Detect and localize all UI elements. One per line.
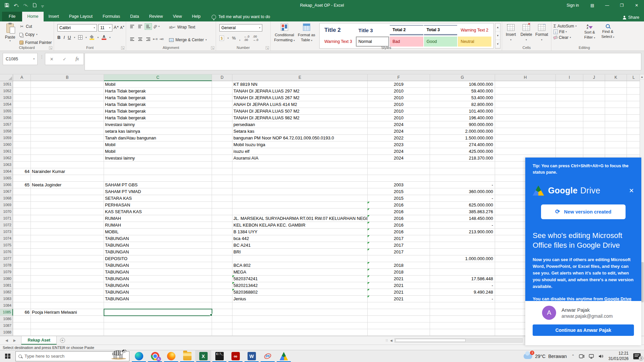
cell-K1051[interactable] <box>605 81 627 88</box>
cell-C1085[interactable] <box>104 309 212 316</box>
column-header-D[interactable]: D <box>212 74 232 81</box>
tab-insert[interactable]: Insert <box>44 12 64 21</box>
cell-G1085[interactable] <box>430 309 495 316</box>
clock[interactable]: 12:21 31/01/2026 <box>608 351 629 361</box>
cell-A1078[interactable] <box>13 262 31 269</box>
taskbar-app-edge[interactable] <box>131 350 147 362</box>
cell-F1087[interactable] <box>368 322 430 329</box>
cell-F1067[interactable]: 2015 <box>368 188 430 195</box>
delete-cells-button[interactable]: Delete▾ <box>519 24 534 42</box>
cell-F1052[interactable]: 2010 <box>368 88 430 95</box>
cell-B1084[interactable] <box>31 302 104 309</box>
row-header-1056[interactable]: 1056 <box>0 115 13 121</box>
cell-K1055[interactable] <box>605 108 627 115</box>
cell-J1055[interactable] <box>583 108 605 115</box>
cell-A1064[interactable]: 64 <box>13 168 31 175</box>
row-header-1054[interactable]: 1054 <box>0 101 13 108</box>
row-header-1068[interactable]: 1068 <box>0 195 13 202</box>
cell-D1055[interactable] <box>212 108 232 115</box>
cell-C1077[interactable]: DEPOSITO <box>104 255 212 262</box>
cell-D1053[interactable] <box>212 95 232 101</box>
cell-E1060[interactable]: Mobil Isuzu triga <box>232 141 368 148</box>
cell-G1058[interactable]: 2.000.000.000 <box>430 128 495 135</box>
meet-now-icon[interactable] <box>579 354 584 359</box>
find-select-button[interactable]: Find & Select ▾ <box>599 24 616 39</box>
cell-F1086[interactable] <box>368 316 430 322</box>
cell-G1066[interactable]: - <box>430 182 495 188</box>
cell-D1052[interactable] <box>212 88 232 95</box>
cell-B1070[interactable] <box>31 208 104 215</box>
cell-F1074[interactable]: 2017 <box>368 235 430 242</box>
row-header-1055[interactable]: 1055 <box>0 108 13 115</box>
style-total-3[interactable]: Total 3 <box>424 25 458 35</box>
cell-A1077[interactable] <box>13 255 31 262</box>
cell-E1054[interactable]: ANAH DI JEPARA LUAS 414 M2 <box>232 101 368 108</box>
taskbar-app-terminal[interactable]: C:\_ <box>211 350 227 362</box>
cell-D1054[interactable] <box>212 101 232 108</box>
cell-A1074[interactable] <box>13 235 31 242</box>
cell-D1072[interactable] <box>212 222 232 229</box>
column-header-E[interactable]: E <box>232 74 368 81</box>
cell-A1063[interactable] <box>13 162 31 168</box>
percent-icon[interactable]: % <box>232 36 236 41</box>
row-header-1066[interactable]: 1066 <box>0 182 13 188</box>
cell-F1085[interactable] <box>368 309 430 316</box>
decrease-decimal-icon[interactable]: .00→.0 <box>253 35 258 42</box>
cell-G1080[interactable]: 17.586.448 <box>430 276 495 282</box>
cell-A1053[interactable] <box>13 95 31 101</box>
row-header-1061[interactable]: 1061 <box>0 148 13 155</box>
cell-C1082[interactable]: TABUNGAN <box>104 289 212 296</box>
cell-C1088[interactable] <box>104 329 212 336</box>
cell-E1055[interactable]: TANAH DI JEPARA LUAS 507 M2 <box>232 108 368 115</box>
cell-D1088[interactable] <box>212 329 232 336</box>
cell-D1059[interactable] <box>212 135 232 141</box>
cell-C1056[interactable]: Harta Tidak bergerak <box>104 115 212 121</box>
cell-E1077[interactable] <box>232 255 368 262</box>
cell-C1074[interactable]: TABUNGAN <box>104 235 212 242</box>
cell-D1064[interactable] <box>212 168 232 175</box>
cell-B1068[interactable] <box>31 195 104 202</box>
cell-G1088[interactable] <box>430 329 495 336</box>
cell-G1079[interactable] <box>430 269 495 276</box>
cell-E1068[interactable] <box>232 195 368 202</box>
cell-I1051[interactable] <box>556 81 583 88</box>
cell-A1062[interactable] <box>13 155 31 162</box>
cell-D1071[interactable] <box>212 215 232 222</box>
row-header-1065[interactable]: 1065 <box>0 175 13 182</box>
cell-A1085[interactable]: 66 <box>13 309 31 316</box>
tab-formulas[interactable]: Formulas <box>98 12 125 21</box>
cell-H1061[interactable] <box>495 148 556 155</box>
column-header-J[interactable]: J <box>583 74 605 81</box>
cell-J1057[interactable] <box>583 121 605 128</box>
cell-I1055[interactable] <box>556 108 583 115</box>
cell-J1052[interactable] <box>583 88 605 95</box>
row-header-1062[interactable]: 1062 <box>0 155 13 162</box>
taskbar-app-snip[interactable]: ✂ <box>260 350 276 362</box>
cell-G1064[interactable] <box>430 168 495 175</box>
cell-B1081[interactable] <box>31 282 104 289</box>
top-align-icon[interactable] <box>129 23 136 29</box>
cell-G1061[interactable]: 425.000.000 <box>430 148 495 155</box>
grow-font-icon[interactable]: A▲ A▼ <box>114 25 125 30</box>
cell-B1085[interactable]: Pooja Heriram Melwani <box>31 309 104 316</box>
gallery-scroll[interactable]: ▲▼▼́ <box>495 23 500 49</box>
cell-A1086[interactable] <box>13 316 31 322</box>
cell-D1074[interactable] <box>212 235 232 242</box>
cell-F1088[interactable] <box>368 329 430 336</box>
cell-E1072[interactable]: KEL KEBON KELAPA KEC. GAMBIR <box>232 222 368 229</box>
cell-D1057[interactable] <box>212 121 232 128</box>
orientation-icon[interactable]: ab <box>152 23 158 29</box>
cell-B1052[interactable] <box>31 88 104 95</box>
cell-G1071[interactable]: 148.450.000 <box>430 215 495 222</box>
row-header-1073[interactable]: 1073 <box>0 229 13 235</box>
row-header-1075[interactable]: 1075 <box>0 242 13 249</box>
cell-I1060[interactable] <box>556 141 583 148</box>
cell-F1070[interactable]: 2016 <box>368 208 430 215</box>
new-document-icon[interactable] <box>33 3 37 8</box>
row-header-1074[interactable]: 1074 <box>0 235 13 242</box>
cell-F1073[interactable]: 2016 <box>368 229 430 235</box>
row-header-1053[interactable]: 1053 <box>0 95 13 101</box>
cell-F1076[interactable]: 2017 <box>368 249 430 255</box>
cell-C1054[interactable]: Harta Tidak bergerak <box>104 101 212 108</box>
continue-as-button[interactable]: Continue as Anwar Pajak <box>533 324 634 336</box>
